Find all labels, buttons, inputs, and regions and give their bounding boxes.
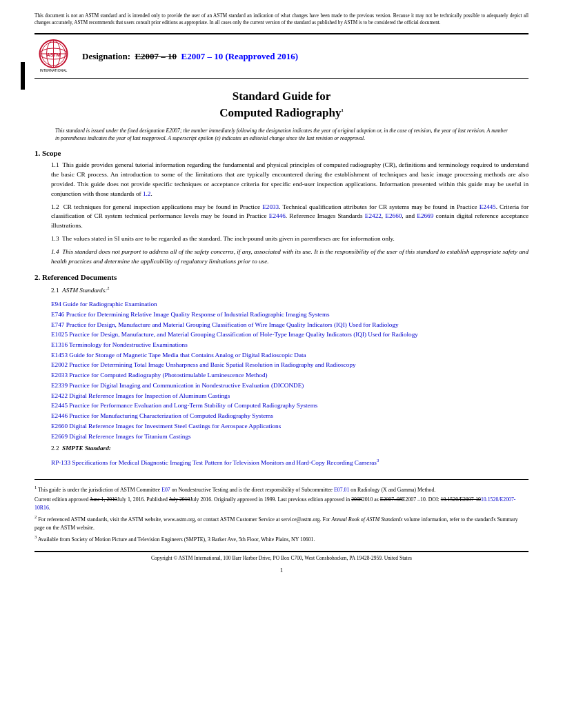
title-notice: This standard is issued under the fixed … bbox=[55, 127, 508, 143]
fn2-year-new: 2010 bbox=[362, 496, 373, 503]
ref-E2660: E2660 Digital Reference Images for Inves… bbox=[51, 421, 529, 432]
link-E2002[interactable]: E2002 Practice for Determining Total Ima… bbox=[51, 361, 356, 368]
ref-E747: E747 Practice for Design, Manufacture an… bbox=[51, 320, 529, 330]
ref-E2445: E2445 Practice for Performance Evaluatio… bbox=[51, 401, 529, 411]
ref-E746: E746 Practice for Determining Relative I… bbox=[51, 310, 529, 320]
fn-link-E07-01[interactable]: E07.01 bbox=[334, 486, 349, 492]
document-page: This document is not an ASTM standard an… bbox=[0, 0, 563, 728]
scope-p1: 1.1 This guide provides general tutorial… bbox=[51, 161, 529, 199]
ref-E2033: E2033 Practice for Computed Radiography … bbox=[51, 370, 529, 381]
fn2-desig-old: E2007–08 bbox=[380, 496, 402, 503]
fn-link-E07[interactable]: E07 bbox=[161, 486, 170, 492]
fn2-pub-old: July 2010 bbox=[169, 496, 190, 503]
link-E2445[interactable]: E2445 Practice for Performance Evaluatio… bbox=[51, 402, 317, 409]
link-E2669[interactable]: E2669 Digital Reference Images for Titan… bbox=[51, 433, 191, 440]
ref-RP133: RP-133 Specifications for Medical Diagno… bbox=[51, 457, 529, 468]
link-E2445-a[interactable]: E2445 bbox=[480, 203, 496, 210]
ref-E1453: E1453 Guide for Storage of Magnetic Tape… bbox=[51, 350, 529, 361]
link-E747[interactable]: E747 Practice for Design, Manufacture an… bbox=[51, 321, 399, 328]
ref-smpte-label: 2.2 SMPTE Standard: bbox=[51, 444, 529, 454]
astm-logo: ASTM INTERNATIONAL bbox=[34, 37, 72, 75]
designation-new: E2007 – 10 (Reapproved 2016) bbox=[181, 51, 297, 61]
svg-text:ASTM: ASTM bbox=[47, 52, 61, 57]
copyright-text: Copyright © ASTM International, 100 Barr… bbox=[151, 555, 412, 561]
link-E1453[interactable]: E1453 Guide for Storage of Magnetic Tape… bbox=[51, 352, 306, 358]
document-title-section: Standard Guide for Computed Radiography1 bbox=[34, 88, 529, 121]
footnote-3: 2 For referenced ASTM standards, visit t… bbox=[34, 514, 529, 532]
footnote-4: 3 Available from Society of Motion Pictu… bbox=[34, 534, 529, 543]
revision-marker bbox=[21, 62, 25, 90]
ref-E2422: E2422 Digital Reference Images for Inspe… bbox=[51, 391, 529, 401]
footnote-2: Current edition approved June 1, 2010Jul… bbox=[34, 496, 529, 512]
link-E1316[interactable]: E1316 Terminology for Nondestructive Exa… bbox=[51, 341, 188, 348]
svg-text:INTERNATIONAL: INTERNATIONAL bbox=[40, 68, 68, 72]
link-E2033-a[interactable]: E2033 bbox=[262, 203, 279, 210]
designation-label: Designation: bbox=[82, 51, 130, 61]
astm-references-list: E94 Guide for Radiographic Examination E… bbox=[51, 299, 529, 441]
link-E2033[interactable]: E2033 Practice for Computed Radiography … bbox=[51, 372, 268, 378]
designation-old: E2007 – 10 bbox=[135, 51, 177, 61]
designation-block: Designation: E2007 – 10 E2007 – 10 (Reap… bbox=[82, 51, 298, 62]
ref-E2669: E2669 Digital Reference Images for Titan… bbox=[51, 432, 529, 442]
section-referenced-header: 2. Referenced Documents bbox=[34, 273, 529, 281]
link-E2422-a[interactable]: E2422 bbox=[365, 212, 382, 219]
scope-p3: 1.3 The values stated in SI units are to… bbox=[51, 234, 529, 244]
link-E746[interactable]: E746 Practice for Determining Relative I… bbox=[51, 311, 330, 318]
footnotes-section: 1 This guide is under the jurisdiction o… bbox=[34, 479, 529, 544]
link-E2669-a[interactable]: E2669 bbox=[417, 212, 433, 219]
link-E2422[interactable]: E2422 Digital Reference Images for Inspe… bbox=[51, 392, 230, 399]
document-title: Standard Guide for Computed Radiography1 bbox=[34, 88, 529, 121]
fn2-doi-old: 10.1520/E2007-10 bbox=[441, 496, 481, 503]
document-footer: Copyright © ASTM International, 100 Barr… bbox=[34, 551, 529, 561]
link-E2660-a[interactable]: E2660 bbox=[385, 212, 402, 219]
link-E1025[interactable]: E1025 Practice for Design, Manufacture, … bbox=[51, 331, 418, 338]
fn2-desig-new: E2007 –10 bbox=[402, 496, 426, 503]
fn2-date-old: June 1, 2010 bbox=[90, 496, 117, 503]
link-1-2[interactable]: 1.2 bbox=[143, 190, 150, 197]
fn2-pub-new: July 2016 bbox=[190, 496, 211, 503]
footnote-1: 1 This guide is under the jurisdiction o… bbox=[34, 484, 529, 494]
fn2-date-new: July 1, 2016 bbox=[117, 496, 144, 503]
ref-E1316: E1316 Terminology for Nondestructive Exa… bbox=[51, 340, 529, 350]
ref-astm-label: 2.1 ASTM Standards:2 bbox=[51, 285, 529, 296]
ref-E2339: E2339 Practice for Digital Imaging and C… bbox=[51, 381, 529, 391]
ref-E2002: E2002 Practice for Determining Total Ima… bbox=[51, 360, 529, 370]
smpte-standard-label: SMPTE Standard: bbox=[62, 445, 111, 452]
link-E94[interactable]: E94 Guide for Radiographic Examination bbox=[51, 301, 157, 307]
link-E2660[interactable]: E2660 Digital Reference Images for Inves… bbox=[51, 423, 281, 429]
link-E2446-a[interactable]: E2446 bbox=[269, 212, 286, 219]
scope-p4: 1.4 This standard does not purport to ad… bbox=[51, 247, 529, 267]
section-scope-header: 1. Scope bbox=[34, 149, 529, 157]
top-notice: This document is not an ASTM standard an… bbox=[34, 12, 529, 26]
page-number: 1 bbox=[34, 567, 529, 574]
ref-E1025: E1025 Practice for Design, Manufacture, … bbox=[51, 330, 529, 340]
astm-standards-label: ASTM Standards: bbox=[62, 287, 107, 294]
scope-p2: 1.2 CR techniques for general inspection… bbox=[51, 203, 529, 231]
fn2-year-old: 2008 bbox=[351, 496, 362, 503]
link-RP133[interactable]: RP-133 Specifications for Medical Diagno… bbox=[51, 459, 377, 466]
document-header: ASTM INTERNATIONAL Designation: E2007 – … bbox=[34, 33, 529, 79]
link-E2446[interactable]: E2446 Practice for Manufacturing Charact… bbox=[51, 412, 273, 419]
ref-E94: E94 Guide for Radiographic Examination bbox=[51, 299, 529, 310]
link-E2339[interactable]: E2339 Practice for Digital Imaging and C… bbox=[51, 382, 304, 389]
smpte-references-list: RP-133 Specifications for Medical Diagno… bbox=[51, 457, 529, 468]
ref-E2446: E2446 Practice for Manufacturing Charact… bbox=[51, 411, 529, 421]
